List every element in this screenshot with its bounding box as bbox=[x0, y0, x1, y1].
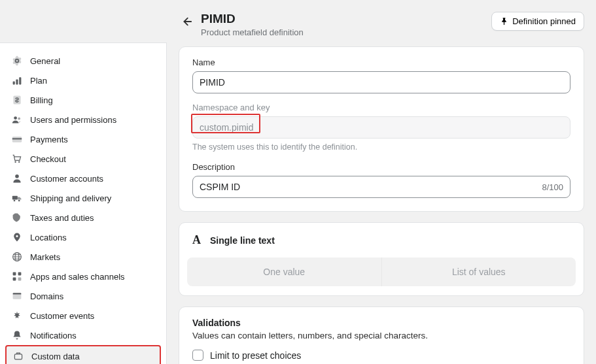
payments-icon bbox=[12, 134, 22, 144]
list-values-button[interactable]: List of values bbox=[382, 257, 576, 286]
description-input[interactable] bbox=[200, 182, 542, 192]
svg-point-13 bbox=[18, 200, 20, 202]
name-input[interactable] bbox=[192, 71, 570, 93]
svg-point-4 bbox=[14, 116, 17, 120]
sidebar-item-plan[interactable]: Plan bbox=[5, 71, 161, 90]
custom-data-icon bbox=[13, 351, 24, 361]
sidebar-item-label: Payments bbox=[30, 135, 68, 144]
value-mode-toggle: One value List of values bbox=[179, 257, 584, 295]
sidebar-item-billing[interactable]: Billing bbox=[5, 90, 161, 110]
text-type-icon: A bbox=[192, 233, 201, 247]
sidebar-item-label: Users and permissions bbox=[30, 115, 116, 125]
svg-rect-2 bbox=[19, 77, 21, 84]
sidebar-item-label: Customer accounts bbox=[30, 174, 103, 184]
svg-point-8 bbox=[14, 161, 16, 163]
svg-rect-19 bbox=[18, 278, 22, 281]
sidebar-item-markets[interactable]: Markets bbox=[5, 247, 161, 267]
sidebar-item-shipping[interactable]: Shipping and delivery bbox=[5, 188, 161, 208]
sidebar-item-checkout[interactable]: Checkout bbox=[5, 149, 161, 169]
svg-rect-7 bbox=[12, 138, 22, 139]
char-count: 8/100 bbox=[542, 182, 563, 192]
nskey-helper: The system uses this to identify the def… bbox=[192, 142, 570, 152]
limit-checkbox[interactable] bbox=[192, 350, 203, 361]
sidebar-item-label: Notifications bbox=[30, 331, 77, 340]
svg-rect-11 bbox=[12, 196, 18, 200]
sidebar-item-taxes[interactable]: Taxes and duties bbox=[5, 208, 161, 227]
page-title: PIMID bbox=[201, 12, 304, 26]
svg-rect-17 bbox=[18, 273, 22, 276]
nskey-input bbox=[192, 116, 570, 139]
users-icon bbox=[12, 114, 22, 125]
sidebar-item-label: Taxes and duties bbox=[30, 213, 94, 223]
pin-button[interactable]: Definition pinned bbox=[491, 12, 584, 31]
svg-rect-22 bbox=[14, 354, 22, 359]
sidebar-item-customer-events[interactable]: Customer events bbox=[5, 306, 161, 325]
sidebar-item-label: Domains bbox=[30, 291, 63, 301]
sidebar-item-custom-data[interactable]: Custom data bbox=[5, 345, 161, 364]
sidebar-item-label: Plan bbox=[30, 76, 47, 86]
validations-title: Validations bbox=[192, 318, 570, 328]
validations-desc: Values can contain letters, numbers, and… bbox=[192, 331, 570, 340]
svg-rect-1 bbox=[16, 79, 18, 84]
svg-rect-16 bbox=[13, 273, 16, 276]
sidebar-item-label: Customer events bbox=[30, 311, 94, 321]
bell-icon bbox=[12, 330, 22, 340]
sidebar-item-label: Locations bbox=[30, 233, 67, 242]
sidebar-item-label: Checkout bbox=[30, 154, 66, 164]
sidebar-item-label: Billing bbox=[30, 95, 53, 105]
validations-card: Validations Values can contain letters, … bbox=[179, 306, 584, 364]
sidebar-item-label: Custom data bbox=[31, 352, 80, 361]
plan-icon bbox=[12, 75, 22, 86]
sidebar-item-label: General bbox=[30, 56, 60, 66]
page-header: PIMID Product metafield definition Defin… bbox=[179, 12, 584, 37]
sidebar-item-users[interactable]: Users and permissions bbox=[5, 110, 161, 129]
type-card: A Single line text One value List of val… bbox=[179, 222, 584, 296]
svg-rect-18 bbox=[13, 278, 16, 281]
sidebar-item-label: Markets bbox=[30, 252, 60, 262]
sidebar-item-apps[interactable]: Apps and sales channels bbox=[5, 267, 161, 286]
billing-icon bbox=[12, 95, 22, 105]
events-icon bbox=[12, 310, 22, 321]
svg-point-10 bbox=[15, 174, 19, 178]
sidebar-item-payments[interactable]: Payments bbox=[5, 129, 161, 149]
name-label: Name bbox=[192, 58, 570, 67]
description-input-wrapper[interactable]: 8/100 bbox=[192, 176, 570, 198]
sidebar-item-general[interactable]: General bbox=[5, 51, 161, 71]
svg-point-12 bbox=[14, 200, 16, 202]
page-subtitle: Product metafield definition bbox=[201, 27, 304, 37]
pin-label: Definition pinned bbox=[512, 16, 576, 26]
one-value-button[interactable]: One value bbox=[187, 257, 382, 286]
sidebar-item-notifications[interactable]: Notifications bbox=[5, 325, 161, 345]
svg-rect-21 bbox=[13, 293, 22, 294]
sidebar-item-domains[interactable]: Domains bbox=[5, 286, 161, 306]
cart-icon bbox=[12, 154, 22, 164]
person-icon bbox=[12, 173, 22, 184]
globe-icon bbox=[12, 252, 22, 262]
settings-sidebar: General Plan Billing Users and permissio… bbox=[0, 42, 167, 364]
sidebar-item-locations[interactable]: Locations bbox=[5, 227, 161, 247]
main-content: PIMID Product metafield definition Defin… bbox=[167, 0, 596, 364]
back-button[interactable] bbox=[179, 14, 194, 29]
definition-card: Name Namespace and key custom.pimid The … bbox=[179, 46, 584, 212]
svg-point-5 bbox=[18, 118, 20, 120]
domains-icon bbox=[12, 291, 22, 301]
nskey-label: Namespace and key bbox=[192, 103, 570, 112]
svg-point-9 bbox=[18, 161, 20, 163]
tax-icon bbox=[12, 212, 22, 223]
sidebar-item-label: Shipping and delivery bbox=[30, 193, 111, 203]
description-label: Description bbox=[192, 162, 570, 172]
truck-icon bbox=[12, 193, 22, 203]
svg-rect-0 bbox=[13, 82, 15, 85]
limit-label: Limit to preset choices bbox=[210, 350, 301, 361]
type-label: Single line text bbox=[210, 235, 275, 246]
pin-icon bbox=[12, 232, 22, 242]
apps-icon bbox=[12, 271, 22, 282]
sidebar-item-label: Apps and sales channels bbox=[30, 272, 125, 282]
gear-icon bbox=[12, 56, 22, 66]
pin-icon bbox=[500, 17, 508, 25]
sidebar-item-customer-accounts[interactable]: Customer accounts bbox=[5, 169, 161, 188]
